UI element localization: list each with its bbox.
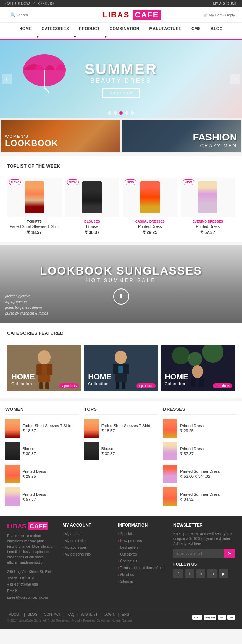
- footer-personal-link[interactable]: My personal info: [63, 552, 91, 556]
- video-credits: jacket by jereve top by cameo jeans by g…: [5, 293, 48, 316]
- footer-best-sellers-link[interactable]: Best sellers: [118, 546, 138, 550]
- footer-addresses-link[interactable]: My addresses: [63, 546, 87, 550]
- list-item[interactable]: Blouse ₹ 30.37: [84, 442, 158, 460]
- footer-terms-link[interactable]: Terms and conditions of use: [118, 566, 164, 570]
- linkedin-icon[interactable]: in: [207, 569, 217, 578]
- footer-contact-bottom[interactable]: CONTACT: [44, 613, 61, 617]
- payment-visa: VISA: [192, 615, 202, 620]
- footer-account-title: MY ACCOUNT: [63, 523, 111, 528]
- product-thumb: [163, 442, 177, 460]
- footer-faq-bottom[interactable]: FAQ: [67, 613, 74, 617]
- footer-bottom: ABOUT | BLOG | CONTACT | FAQ | WISHLIST …: [7, 608, 235, 622]
- search-input[interactable]: [16, 13, 58, 17]
- product-card-1[interactable]: NEW T-SHIRTS Faded Short Sleeves T-Shirt…: [7, 178, 62, 235]
- list-item[interactable]: Blouse ₹ 30.37: [5, 442, 79, 460]
- category-card-2[interactable]: HOME Collection 7 products: [84, 345, 158, 391]
- my-account-link[interactable]: MY ACCOUNT: [213, 2, 237, 6]
- product-card-4[interactable]: NEW EVENING DRESSES Printed Dress ₹ 57.3…: [181, 178, 235, 235]
- footer-info-col: INFORMATION Specials New products Best s…: [118, 523, 166, 601]
- hero-dot-2[interactable]: [114, 111, 117, 115]
- svg-rect-6: [39, 382, 43, 389]
- hero-prev-button[interactable]: ‹: [2, 74, 12, 84]
- svg-rect-4: [36, 364, 42, 375]
- nav-manufacture[interactable]: MANUFACTURE: [144, 23, 186, 34]
- lookbook-men-crazy: CRAZY MEN: [125, 143, 237, 148]
- product-image-2: NEW: [65, 178, 120, 217]
- twitter-icon[interactable]: t: [185, 569, 194, 578]
- youtube-icon[interactable]: ▶: [219, 569, 228, 578]
- list-item[interactable]: Printed Dress ₹ 29.25: [5, 465, 79, 483]
- svg-rect-15: [118, 366, 123, 373]
- footer-orders-link[interactable]: My orders: [63, 532, 81, 536]
- list-item[interactable]: Printed Dress ₹ 29.25: [163, 419, 237, 438]
- list-item[interactable]: Faded Short Sleeves T-Shirt ₹ 18.57: [5, 419, 79, 438]
- list-item[interactable]: Printed Summer Dress ₹ 34.32: [163, 487, 237, 506]
- new-badge-4: NEW: [183, 179, 194, 185]
- hero-next-button[interactable]: ›: [230, 74, 240, 84]
- svg-rect-11: [113, 364, 118, 374]
- footer-about-bottom[interactable]: ABOUT: [9, 613, 21, 617]
- nav-cms[interactable]: CMS: [186, 23, 206, 34]
- nav-categories[interactable]: CATEGORIES: [37, 23, 74, 34]
- svg-rect-12: [123, 364, 129, 374]
- footer-email: Email: sales@yourcompany.com: [7, 588, 56, 601]
- cart-info[interactable]: 🛒 My Cart - Empty: [203, 13, 235, 17]
- footer-sitemap-link[interactable]: Sitemap: [118, 579, 133, 583]
- newsletter-email-input[interactable]: [173, 549, 224, 558]
- newsletter-form: ➤: [173, 549, 235, 558]
- footer-credit-link[interactable]: My credit slips: [63, 539, 87, 543]
- nav-home[interactable]: HOME: [14, 23, 37, 34]
- hero-dot-3[interactable]: [119, 111, 123, 115]
- new-badge-1: NEW: [9, 179, 21, 185]
- product-info: Blouse ₹ 30.37: [22, 446, 36, 456]
- site-logo[interactable]: LIBAS CAFE: [102, 10, 161, 20]
- facebook-icon[interactable]: f: [173, 569, 183, 578]
- category-card-1[interactable]: HOME Collection 7 products: [7, 345, 81, 391]
- googleplus-icon[interactable]: g+: [196, 569, 205, 578]
- hero-content: SUMMER BEAUTY DRESS SHOP NOW: [85, 61, 158, 98]
- footer-blog-bottom[interactable]: BLOG: [28, 613, 38, 617]
- footer-login-bottom[interactable]: LOGIN: [104, 613, 115, 617]
- list-item[interactable]: Printed Summer Dress ₹ 52.60 ₹ 344.32: [163, 465, 237, 483]
- umbrella-decoration: [21, 51, 68, 93]
- toplist-title: TOPLIST OF THE WEEK: [7, 163, 235, 172]
- lookbook-men[interactable]: FASHION CRAZY MEN: [122, 120, 241, 152]
- nav-blog[interactable]: BLOG: [206, 23, 228, 34]
- newsletter-submit-button[interactable]: ➤: [224, 549, 235, 558]
- categories-section: CATEGORIES FEATURED HOME Collection 7 pr…: [0, 323, 242, 398]
- list-item[interactable]: Printed Dress ₹ 57.37: [5, 487, 79, 506]
- footer-specials-link[interactable]: Specials: [118, 532, 133, 536]
- products-grid: NEW T-SHIRTS Faded Short Sleeves T-Shirt…: [7, 178, 235, 235]
- svg-rect-5: [47, 364, 52, 375]
- nav-combination[interactable]: COMBINATION: [105, 23, 144, 34]
- hero-dot-1[interactable]: [108, 111, 111, 115]
- women-title: WOMEN: [5, 407, 79, 415]
- product-image-1: NEW: [7, 178, 62, 217]
- category-card-3[interactable]: HOME Collection 7 products: [161, 345, 235, 391]
- svg-rect-7: [45, 382, 49, 389]
- figure-2: [82, 181, 102, 213]
- hero-dot-5[interactable]: [131, 111, 134, 115]
- shop-now-button[interactable]: SHOP NOW: [102, 88, 139, 98]
- svg-rect-14: [122, 382, 125, 389]
- footer-stores-link[interactable]: Our stores: [118, 552, 137, 556]
- footer-new-products-link[interactable]: New products: [118, 539, 142, 543]
- play-button[interactable]: ⏸: [113, 288, 129, 305]
- list-item[interactable]: Printed Dress ₹ 57.37: [163, 442, 237, 460]
- list-item[interactable]: Faded Short Sleeves T-Shirt ₹ 18.57: [84, 419, 158, 438]
- lookbook-women[interactable]: WOMEN'S LOOKBOOK: [1, 120, 120, 152]
- footer-about-link[interactable]: About us: [118, 573, 134, 577]
- nav-product[interactable]: PRODUCT: [74, 23, 105, 34]
- footer-eng-bottom[interactable]: ENG: [122, 613, 130, 617]
- product-thumb: [5, 442, 20, 460]
- svg-rect-23: [199, 378, 204, 387]
- footer-contact-link[interactable]: Contact us: [118, 559, 137, 563]
- payment-mc: MC: [218, 615, 226, 620]
- product-info: Faded Short Sleeves T-Shirt ₹ 18.57: [22, 424, 72, 433]
- product-card-2[interactable]: NEW BLOUSES Blouse ₹ 30.37: [65, 178, 120, 235]
- footer-wishlist-bottom[interactable]: WISHLIST: [81, 613, 98, 617]
- footer-account-col: MY ACCOUNT My orders My credit slips My …: [63, 523, 111, 601]
- hero-dot-4[interactable]: [125, 111, 128, 115]
- search-bar[interactable]: 🔍: [7, 11, 60, 19]
- product-card-3[interactable]: NEW CASUAL DRESSES Printed Dress ₹ 29.25: [123, 178, 177, 235]
